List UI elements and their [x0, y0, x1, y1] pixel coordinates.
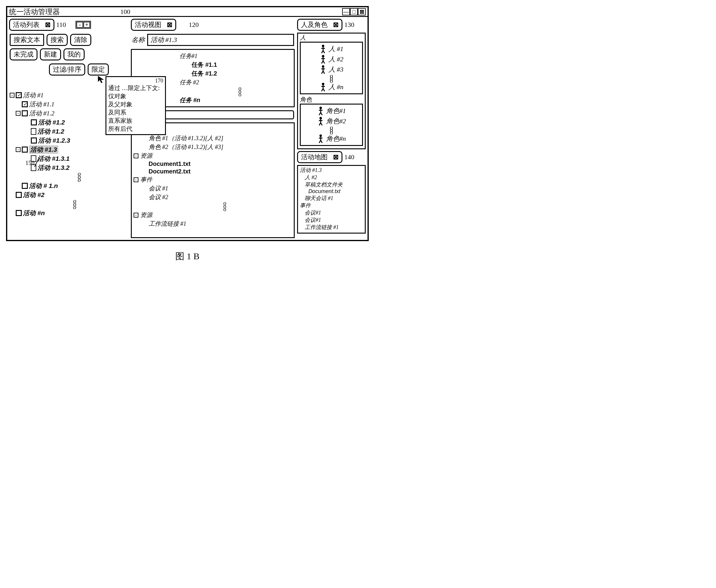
menu-item[interactable]: 通过 …限定上下文: — [108, 84, 163, 92]
window-ref: 100 — [120, 8, 130, 16]
expand-all-icon[interactable]: + — [83, 22, 90, 28]
checkbox-checked-icon[interactable]: ✓ — [16, 92, 22, 98]
role-item[interactable]: 角色#1 — [302, 106, 361, 116]
tree-label: 活动 #1.1 — [29, 100, 55, 108]
person-icon — [317, 134, 324, 143]
people-roles-tab[interactable]: 人及角色 ⊠ — [297, 19, 343, 31]
doc-icon[interactable] — [31, 128, 36, 135]
person-item[interactable]: 人 #1 — [302, 44, 361, 54]
collapse-icon[interactable]: - — [16, 111, 21, 116]
ref-110: 110 — [56, 21, 66, 29]
menu-item[interactable]: 仅对象 — [108, 92, 163, 100]
tab-close-icon[interactable]: ⊠ — [333, 153, 339, 161]
checkbox-icon[interactable] — [31, 138, 37, 144]
workflow-item: 工作流链接 #1 — [149, 220, 186, 228]
tab-close-icon[interactable]: ⊠ — [167, 21, 172, 29]
map-item: 聊天会话 #1 — [300, 195, 363, 202]
checkbox-icon[interactable] — [16, 192, 22, 198]
menu-item[interactable]: 及同系 — [108, 108, 163, 117]
svg-point-6 — [320, 134, 322, 137]
menu-item[interactable]: 及父对象 — [108, 100, 163, 108]
tree-label: 活动 #1.2 — [29, 109, 55, 118]
filter-sort-button[interactable]: 过滤/排序 — [49, 63, 85, 76]
doc-item: Document1.txt — [149, 161, 191, 167]
svg-point-0 — [322, 45, 324, 47]
tab-close-icon[interactable]: ⊠ — [45, 21, 50, 29]
role-label: 角色#2 — [326, 117, 346, 126]
role-item: 角色 #1（活动 #1.3.2)[人 #2] — [149, 134, 223, 142]
person-item[interactable]: 人 #n — [302, 82, 361, 92]
map-panel: 活动 #1.3 人 #2 草稿文档文件夹 Document.txt 聊天会话 #… — [297, 165, 366, 234]
ellipsis-icon: ooo — [302, 126, 361, 133]
ellipsis-icon: ooo — [134, 202, 292, 211]
people-panel: 人 人 #1 人 #2 人 #3 ooo 人 #n 角色 角色#1 角色#2 o… — [297, 33, 366, 149]
tree-label-selected: 活动 #1.3 — [29, 145, 58, 154]
collapse-icon[interactable]: - — [134, 177, 139, 182]
collapse-icon[interactable]: - — [134, 213, 139, 217]
tree-label: 活动 #2 — [23, 191, 44, 199]
role-label: 角色#1 — [326, 106, 346, 115]
ellipsis-icon: ooo — [10, 200, 128, 209]
checkbox-icon[interactable] — [31, 119, 37, 125]
activity-list-tab[interactable]: 活动列表 ⊠ — [9, 19, 55, 31]
ref-150: 150╱ — [25, 158, 39, 167]
menu-item[interactable]: 直系家族 — [108, 117, 163, 125]
activity-view-tab[interactable]: 活动视图 ⊠ — [131, 19, 176, 31]
tree-label: 活动 #1 — [23, 91, 43, 99]
maximize-icon[interactable]: □ — [350, 8, 358, 15]
person-item[interactable]: 人 #2 — [302, 54, 361, 64]
map-item: 草稿文档文件夹 — [300, 181, 363, 188]
ref-140: 140 — [344, 153, 354, 161]
tab-close-icon[interactable]: ⊠ — [333, 21, 339, 29]
clear-button[interactable]: 清除 — [70, 34, 91, 46]
expand-collapse-toggle[interactable]: - + — [76, 21, 91, 29]
right-column: 人及角色 ⊠ 130 人 人 #1 人 #2 人 #3 ooo 人 #n 角色 … — [297, 19, 366, 238]
close-icon[interactable]: ⊠ — [358, 8, 366, 15]
map-item: 会议#1 — [300, 216, 363, 224]
checkbox-icon[interactable] — [16, 210, 22, 216]
menu-item[interactable]: 所有后代 — [108, 125, 163, 133]
name-field[interactable]: 活动 #1.3 — [147, 34, 294, 46]
tree-row[interactable]: 活动 # 1.n — [10, 181, 128, 190]
collapse-icon[interactable]: - — [16, 147, 21, 152]
new-button[interactable]: 新建 — [40, 48, 61, 60]
svg-point-1 — [322, 55, 324, 57]
checkbox-icon[interactable] — [22, 147, 28, 153]
tree-label: 活动 #1.2 — [38, 118, 65, 127]
figure-label: 图 1 B — [6, 250, 369, 262]
alert-field[interactable] — [149, 110, 294, 119]
search-button[interactable]: 搜索 — [46, 34, 68, 46]
tree-row[interactable]: 活动 #n — [10, 209, 128, 217]
ref-130: 130 — [344, 21, 354, 29]
tree-row[interactable]: 活动 #1.2.3 — [10, 136, 128, 145]
search-text-button[interactable]: 搜索文本 — [10, 34, 44, 46]
details-box: -人及角色 角色 #1（活动 #1.3.2)[人 #2] 角色 #2（活动 #1… — [131, 122, 295, 238]
activity-map-tab[interactable]: 活动地图 ⊠ — [297, 151, 343, 163]
checkbox-icon[interactable] — [22, 183, 28, 189]
map-item: Document.txt — [300, 188, 363, 195]
svg-point-5 — [320, 117, 322, 119]
person-icon — [317, 106, 324, 115]
tree-label: 活动 # 1.n — [29, 182, 58, 190]
section-label: 事件 — [140, 175, 152, 184]
checkbox-checked-icon[interactable]: ✓ — [22, 101, 28, 107]
tree-row[interactable]: 活动 #2 — [10, 190, 128, 200]
ellipsis-icon: ooo — [302, 75, 361, 82]
titlebar: 统一活动管理器 100 — □ ⊠ — [7, 7, 368, 17]
name-label: 名称 — [131, 35, 145, 44]
minimize-icon[interactable]: — — [342, 8, 350, 15]
doc-item: Document2.txt — [149, 168, 191, 175]
map-item: 活动 #1.3 — [300, 167, 363, 174]
task-item: 任务#1 — [134, 52, 292, 60]
collapse-icon[interactable]: - — [134, 153, 139, 158]
window-controls: — □ ⊠ — [342, 8, 366, 15]
collapse-all-icon[interactable]: - — [77, 22, 83, 28]
incomplete-button[interactable]: 未完成 — [10, 48, 38, 60]
tree-row[interactable]: - 活动 #1.3 — [10, 145, 128, 154]
person-icon — [320, 44, 327, 54]
mine-button[interactable]: 我的 — [63, 48, 85, 60]
checkbox-icon[interactable] — [22, 110, 28, 116]
role-item[interactable]: 角色#n — [302, 133, 361, 144]
limit-button[interactable]: 限定 — [88, 63, 109, 76]
collapse-icon[interactable]: - — [10, 93, 15, 98]
